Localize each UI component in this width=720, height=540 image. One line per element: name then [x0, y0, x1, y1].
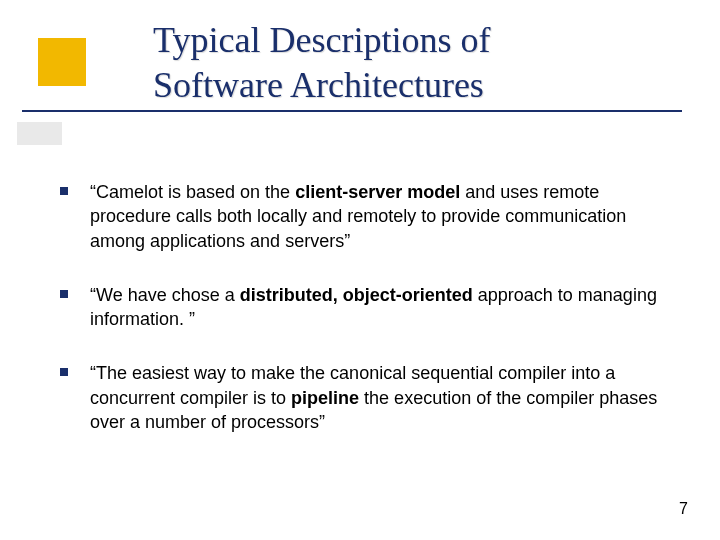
bullet-text: “The easiest way to make the canonical s…	[90, 361, 675, 434]
text-pre: “We have chose a	[90, 285, 240, 305]
bullet-text: “Camelot is based on the client-server m…	[90, 180, 675, 253]
text-bold: distributed, object-oriented	[240, 285, 473, 305]
page-number: 7	[679, 500, 688, 518]
decor-yellow-square	[38, 38, 86, 86]
bullet-text: “We have chose a distributed, object-ori…	[90, 283, 675, 332]
square-bullet-icon	[60, 187, 68, 195]
text-pre: “Camelot is based on the	[90, 182, 295, 202]
text-bold: pipeline	[291, 388, 359, 408]
list-item: “We have chose a distributed, object-ori…	[60, 283, 675, 332]
list-item: “Camelot is based on the client-server m…	[60, 180, 675, 253]
title-line-1: Typical Descriptions of	[153, 20, 490, 60]
decor-gray-rect	[17, 122, 62, 145]
title-line-2: Software Architectures	[153, 65, 484, 105]
list-item: “The easiest way to make the canonical s…	[60, 361, 675, 434]
square-bullet-icon	[60, 368, 68, 376]
slide-body: “Camelot is based on the client-server m…	[60, 180, 675, 464]
title-underline	[22, 110, 682, 112]
text-bold: client-server model	[295, 182, 460, 202]
slide-title: Typical Descriptions of Software Archite…	[153, 18, 490, 108]
square-bullet-icon	[60, 290, 68, 298]
